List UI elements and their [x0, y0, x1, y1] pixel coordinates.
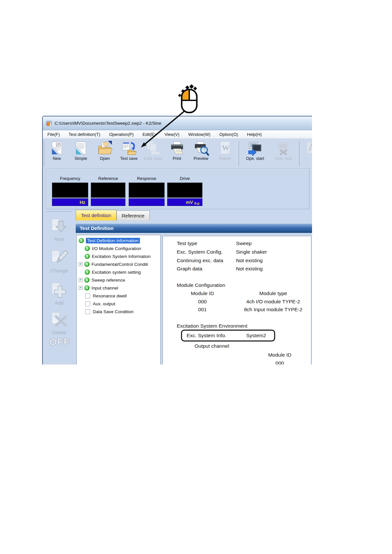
tree-item-data-save-condition[interactable]: Data Save Condition — [77, 308, 160, 315]
open-icon — [97, 140, 113, 156]
toolbar-label: Test save — [120, 156, 138, 161]
toolbar-button-ope-end: Ope. end — [269, 140, 298, 161]
partial-icon — [306, 140, 312, 156]
tree-item-excitation-system-information[interactable]: Excitation System Information — [77, 252, 160, 260]
status-field-frequency: Frequency Hz — [52, 169, 88, 206]
tree-item-excitation-system-setting[interactable]: Excitation system setting — [77, 268, 160, 276]
sidebar-button-next: Next — [44, 217, 74, 242]
preview-icon — [193, 140, 209, 156]
change-icon — [50, 249, 68, 267]
toolbar-label: Open — [100, 156, 110, 161]
toolbar-button-preview[interactable]: Preview — [189, 140, 213, 161]
output-module-id-value: 000 — [255, 360, 304, 365]
tree-item-sweep-reference[interactable]: Sweep reference — [77, 276, 160, 284]
detail-label: Exc. System Config. — [177, 249, 223, 255]
exc-system-info-label: Exc. System Info. — [187, 333, 226, 339]
reference-unit-bar — [91, 198, 125, 206]
status-panel: Frequency Hz Reference Response Drive mV… — [46, 168, 309, 209]
toolbar-button-ope-start[interactable]: Ope. start — [241, 140, 269, 161]
detail-label: Continuing exc. data — [177, 258, 223, 264]
data-save-icon — [145, 140, 161, 156]
toolbar-button-new[interactable]: New — [45, 140, 69, 161]
app-window: C:\Users\IMV\Documents\TestSweep2.swp2 -… — [42, 116, 312, 365]
toolbar: New Simple Open — [43, 139, 312, 168]
tree-item-aux-output[interactable]: Aux. output — [77, 300, 160, 308]
sidebar-grip — [47, 211, 72, 212]
titlebar: C:\Users\IMV\Documents\TestSweep2.swp2 -… — [43, 116, 312, 130]
tree-item-resonance-dwell[interactable]: Resonance dwell — [77, 292, 160, 300]
sidebar-label: Delete — [44, 330, 74, 335]
menu-item-edit[interactable]: Edit(E) — [143, 132, 156, 137]
menu-item-option[interactable]: Option(O) — [219, 132, 238, 137]
simple-icon — [73, 140, 89, 156]
status-field-response: Response — [129, 169, 165, 206]
module-id-header: Module ID — [183, 290, 222, 296]
exc-system-info-value: System2 — [246, 333, 266, 339]
module-id-cell: 001 — [183, 307, 222, 313]
status-label: Frequency — [52, 176, 88, 183]
toolbar-button-partial — [301, 140, 312, 156]
expand-icon[interactable] — [79, 278, 83, 282]
module-id-cell: 000 — [183, 299, 222, 305]
delete-icon — [50, 311, 68, 329]
frequency-display — [52, 183, 88, 198]
tab-reference[interactable]: Reference — [117, 211, 150, 220]
sidebar-button-change: Change — [44, 249, 74, 273]
module-type-cell: 8ch Input module TYPE-2 — [234, 307, 312, 313]
drive-unit-bar: mV 0-p — [167, 198, 202, 206]
toolbar-label: Ope. end — [275, 156, 292, 161]
expand-icon[interactable] — [79, 286, 83, 290]
tree-item-test-definition-information[interactable]: Test Definition Information — [77, 237, 160, 244]
s-status-icon — [85, 269, 90, 275]
tree-item-input-channel[interactable]: Input channel — [77, 284, 160, 292]
test-save-icon — [121, 140, 137, 156]
status-field-reference: Reference — [91, 169, 125, 206]
sidebar-button-delete: Delete — [44, 311, 74, 335]
s-status-icon — [84, 262, 90, 267]
detail-value: Sweep — [236, 240, 251, 246]
toolbar-label: New — [53, 156, 61, 161]
ope-end-icon — [275, 140, 291, 156]
menu-item-file[interactable]: File(F) — [47, 132, 60, 137]
tab-test-definition[interactable]: Test definition — [76, 210, 117, 220]
checkbox-icon[interactable] — [85, 293, 90, 298]
menu-item-window[interactable]: Window(W) — [188, 132, 210, 137]
status-field-drive: Drive mV 0-p — [167, 169, 202, 206]
toolbar-grip — [44, 141, 44, 166]
tree-item-io-module-configuration[interactable]: I/O Module Configuration — [77, 244, 160, 252]
sidebar-label: Add — [44, 300, 74, 306]
output-module-id-label: Module ID — [255, 352, 304, 358]
sidebar-label: Change — [44, 268, 74, 273]
menu-item-view[interactable]: View(V) — [165, 132, 179, 137]
ope-start-icon — [247, 140, 263, 156]
checkbox-icon[interactable] — [85, 301, 90, 306]
status-label: Response — [129, 176, 165, 183]
tree-item-fundamental-control-condition[interactable]: Fundamental/Control Conditi — [77, 260, 160, 268]
sidebar-label: Next — [44, 236, 74, 242]
tab-label: Test definition — [81, 213, 111, 218]
tab-label: Reference — [122, 213, 144, 218]
toolbar-separator — [239, 141, 239, 166]
menu-item-test-definition[interactable]: Test definition(T) — [69, 132, 100, 137]
toolbar-button-simple[interactable]: Simple — [69, 140, 93, 161]
toolbar-label: Preview — [194, 156, 208, 161]
toolbar-label: Print — [173, 156, 181, 161]
s-status-icon — [84, 285, 90, 290]
menu-item-operation[interactable]: Operation(P) — [109, 132, 134, 137]
module-type-cell: 4ch I/O module TYPE-2 — [234, 299, 312, 305]
toolbar-button-data-save: Data save — [141, 140, 165, 161]
module-config-title: Module Configuration — [177, 282, 225, 288]
toolbar-label: Ope. start — [246, 156, 264, 161]
menu-item-help[interactable]: Help(H) — [247, 132, 262, 137]
output-channel-label: Output channel — [195, 343, 229, 349]
checkbox-icon[interactable] — [85, 309, 90, 314]
report-icon: W — [217, 140, 233, 156]
toolbar-button-test-save[interactable]: Test save — [117, 140, 141, 161]
expand-icon[interactable] — [79, 262, 83, 266]
mouse-click-icon — [178, 84, 197, 113]
excitation-env-title: Excitation System Environment — [177, 323, 248, 329]
toolbar-button-open[interactable]: Open — [93, 140, 117, 161]
test-definition-tree: Test Definition Information I/O Module C… — [76, 235, 161, 365]
toolbar-button-print[interactable]: Print — [165, 140, 189, 161]
add-icon — [50, 281, 68, 299]
